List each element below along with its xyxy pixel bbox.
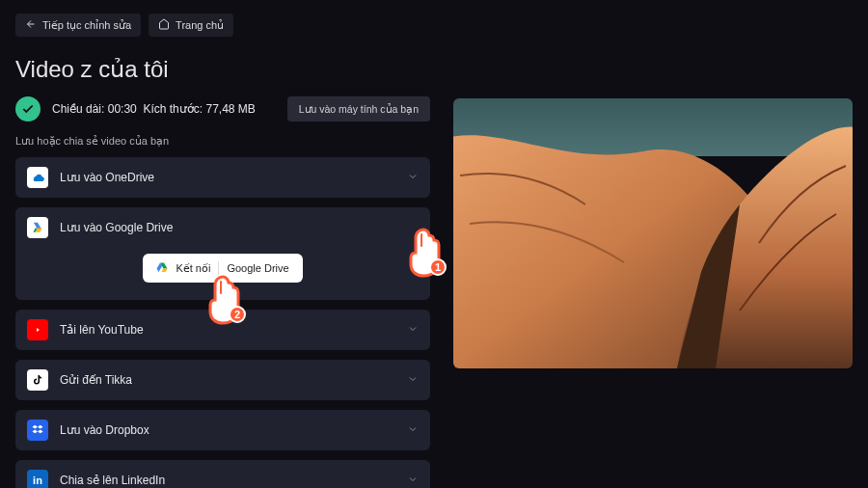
connect-google-drive-button[interactable]: Kết nối Google Drive xyxy=(143,254,302,283)
youtube-icon xyxy=(27,319,48,340)
home-icon xyxy=(158,18,170,32)
option-linkedin[interactable]: in Chia sẻ lên LinkedIn xyxy=(15,460,430,488)
option-onedrive[interactable]: Lưu vào OneDrive xyxy=(15,157,430,198)
option-label: Lưu vào OneDrive xyxy=(60,171,154,184)
google-drive-icon xyxy=(156,261,168,275)
chevron-down-icon xyxy=(407,321,419,339)
linkedin-icon: in xyxy=(27,470,48,488)
home-label: Trang chủ xyxy=(176,19,224,32)
option-label: Gửi đến Tikka xyxy=(60,373,132,387)
option-google-drive[interactable]: Lưu vào Google Drive Kết nối Google Driv… xyxy=(15,207,430,300)
back-button[interactable]: Tiếp tục chỉnh sửa xyxy=(15,14,141,37)
home-button[interactable]: Trang chủ xyxy=(149,14,233,37)
option-dropbox[interactable]: Lưu vào Dropbox xyxy=(15,410,430,450)
page-title: Video z của tôi xyxy=(0,46,868,96)
option-tiktok[interactable]: Gửi đến Tikka xyxy=(15,360,430,400)
chevron-down-icon xyxy=(407,472,419,488)
success-check-icon xyxy=(15,96,41,122)
arrow-left-icon xyxy=(25,18,37,32)
connect-label: Kết nối xyxy=(176,262,210,275)
chevron-down-icon xyxy=(407,371,419,389)
option-label: Lưu vào Dropbox xyxy=(60,423,149,437)
share-section-label: Lưu hoặc chia sẻ video của bạn xyxy=(15,135,430,148)
video-info: Chiều dài: 00:30 Kích thước: 77,48 MB xyxy=(52,102,256,116)
onedrive-icon xyxy=(27,167,48,188)
svg-marker-1 xyxy=(162,269,168,273)
option-label: Tải lên YouTube xyxy=(60,323,144,337)
option-youtube[interactable]: Tải lên YouTube xyxy=(15,310,430,350)
separator xyxy=(218,261,219,275)
google-drive-icon xyxy=(27,217,48,238)
option-label: Lưu vào Google Drive xyxy=(60,221,173,234)
back-label: Tiếp tục chỉnh sửa xyxy=(42,19,131,32)
tiktok-icon xyxy=(27,369,48,391)
service-label: Google Drive xyxy=(227,262,288,274)
video-preview xyxy=(453,98,853,368)
download-button[interactable]: Lưu vào máy tính của bạn xyxy=(287,96,430,122)
chevron-down-icon xyxy=(407,421,419,439)
option-label: Chia sẻ lên LinkedIn xyxy=(60,474,165,487)
dropbox-icon xyxy=(27,420,48,441)
chevron-down-icon xyxy=(407,169,419,186)
